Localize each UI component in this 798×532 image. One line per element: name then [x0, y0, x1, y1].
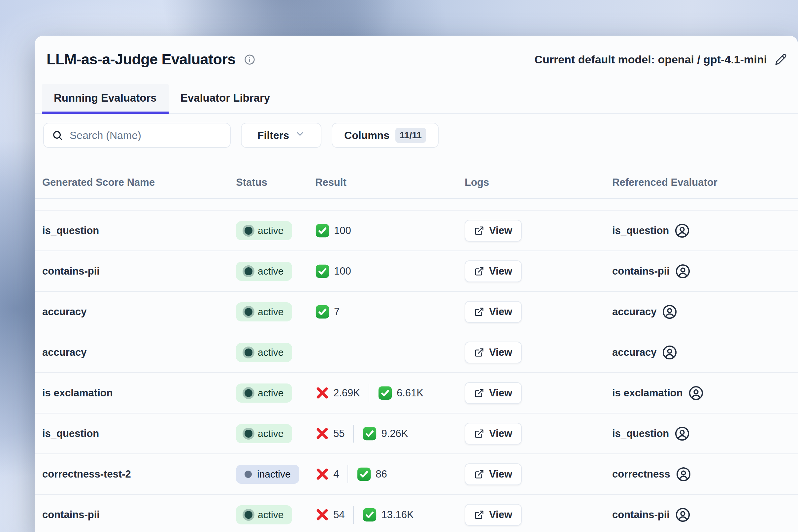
user-circle-icon: [675, 507, 690, 522]
view-button[interactable]: View: [465, 301, 522, 323]
referenced-evaluator-name: correctness: [612, 468, 670, 480]
external-link-icon: [474, 469, 484, 479]
view-button[interactable]: View: [465, 342, 522, 363]
view-button[interactable]: View: [465, 504, 522, 526]
external-link-icon: [474, 388, 484, 398]
user-circle-icon: [662, 304, 677, 320]
fail-count: 2.69K: [333, 387, 360, 399]
view-button[interactable]: View: [465, 382, 522, 404]
status-label: inactive: [257, 469, 291, 480]
status-badge: active: [236, 505, 292, 525]
view-button[interactable]: View: [465, 260, 522, 282]
search-input[interactable]: [70, 129, 222, 141]
referenced-evaluator-name: contains-pii: [612, 265, 670, 277]
table-row[interactable]: contains-piiactive5413.16KViewcontains-p…: [35, 495, 798, 532]
check-icon: [315, 224, 330, 238]
referenced-evaluator-cell: correctness: [612, 467, 798, 482]
search-icon: [52, 130, 63, 141]
referenced-evaluator-cell: is_question: [612, 223, 798, 238]
view-button[interactable]: View: [465, 220, 522, 242]
search-box[interactable]: [43, 123, 231, 148]
table-header-row: Generated Score Name Status Result Logs …: [35, 167, 798, 199]
result-cell: 100: [315, 224, 465, 238]
column-header-generated-score-name: Generated Score Name: [42, 176, 236, 188]
view-button[interactable]: View: [465, 463, 522, 485]
pencil-icon[interactable]: [775, 54, 787, 65]
table-row[interactable]: is_questionactive100Viewis_question: [35, 211, 798, 251]
external-link-icon: [474, 429, 484, 439]
score-name: accuracy: [42, 306, 236, 318]
check-icon: [378, 386, 393, 400]
view-label: View: [489, 509, 512, 521]
status-label: active: [258, 509, 284, 520]
info-icon[interactable]: [244, 54, 255, 65]
table-row[interactable]: is_questionactive559.26KViewis_question: [35, 414, 798, 454]
pass-result: 6.61K: [378, 386, 423, 400]
pass-count: 6.61K: [397, 387, 423, 399]
referenced-evaluator-cell: is exclamation: [612, 385, 798, 401]
view-label: View: [489, 346, 512, 358]
fail-result: 55: [315, 427, 345, 441]
referenced-evaluator-name: is exclamation: [612, 387, 683, 399]
cross-icon: [315, 508, 329, 522]
filters-button[interactable]: Filters: [241, 123, 321, 148]
table-row[interactable]: is exclamationactive2.69K6.61KViewis exc…: [35, 373, 798, 414]
score-name: is_question: [42, 428, 236, 440]
check-icon: [362, 426, 377, 441]
panel-header: LLM-as-a-Judge Evaluators Current defaul…: [35, 36, 798, 69]
result-cell: 5413.16K: [315, 506, 465, 524]
cross-icon: [315, 386, 329, 400]
title-group: LLM-as-a-Judge Evaluators: [46, 51, 255, 68]
table-row[interactable]: contains-piiactive100Viewcontains-pii: [35, 251, 798, 292]
external-link-icon: [474, 307, 484, 317]
referenced-evaluator-cell: contains-pii: [612, 264, 798, 279]
score-name: contains-pii: [42, 509, 236, 521]
table-row[interactable]: correctness-test-2inactive486Viewcorrect…: [35, 454, 798, 495]
result-divider: [347, 466, 348, 483]
fail-count: 4: [333, 468, 339, 480]
status-label: active: [258, 225, 284, 236]
fail-count: 54: [333, 509, 345, 521]
result-divider: [369, 384, 369, 402]
tab-running-evaluators[interactable]: Running Evaluators: [42, 84, 169, 114]
column-header-logs: Logs: [465, 176, 612, 188]
score-name: correctness-test-2: [42, 468, 236, 480]
partially-scrolled-row: [35, 199, 798, 211]
check-icon: [315, 305, 330, 319]
chevron-down-icon: [295, 129, 305, 141]
columns-button[interactable]: Columns 11/11: [332, 123, 439, 148]
status-dot-icon: [245, 511, 252, 519]
pass-count: 100: [334, 225, 351, 236]
referenced-evaluator-name: contains-pii: [612, 509, 670, 521]
view-button[interactable]: View: [465, 423, 522, 444]
user-circle-icon: [662, 345, 677, 360]
fail-result: 2.69K: [315, 386, 360, 400]
score-name: contains-pii: [42, 265, 236, 277]
tab-evaluator-library[interactable]: Evaluator Library: [169, 84, 282, 114]
table-body: is_questionactive100Viewis_questionconta…: [35, 211, 798, 532]
fail-result: 54: [315, 508, 345, 522]
table-row[interactable]: accuracyactiveViewaccuracy: [35, 332, 798, 373]
user-circle-icon: [674, 223, 690, 238]
external-link-icon: [474, 266, 484, 276]
evaluators-panel: LLM-as-a-Judge Evaluators Current defaul…: [35, 36, 798, 532]
user-circle-icon: [674, 426, 690, 441]
status-badge: active: [236, 221, 292, 240]
referenced-evaluator-name: is_question: [612, 225, 669, 236]
columns-label: Columns: [344, 129, 390, 141]
user-circle-icon: [675, 264, 690, 279]
cross-icon: [315, 427, 329, 441]
external-link-icon: [474, 347, 484, 357]
view-label: View: [489, 306, 512, 318]
pass-result: 7: [315, 305, 340, 319]
columns-count-badge: 11/11: [395, 128, 426, 143]
status-dot-icon: [245, 471, 252, 478]
table-row[interactable]: accuracyactive7Viewaccuracy: [35, 292, 798, 332]
status-label: active: [258, 306, 284, 318]
view-label: View: [489, 387, 512, 399]
cross-icon: [315, 467, 329, 481]
page-title: LLM-as-a-Judge Evaluators: [46, 51, 236, 68]
result-divider: [353, 506, 354, 524]
status-badge: active: [236, 424, 292, 443]
pass-result: 100: [315, 224, 351, 238]
